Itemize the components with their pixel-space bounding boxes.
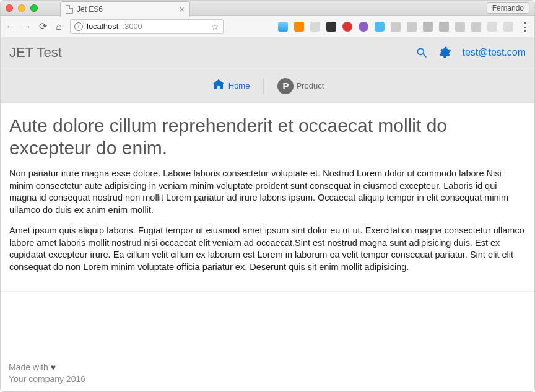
extension-icon[interactable]: [487, 22, 497, 32]
svg-line-1: [423, 54, 426, 58]
extension-icon[interactable]: [391, 22, 401, 32]
paragraph: Non pariatur irure magna esse dolore. La…: [9, 168, 526, 216]
extension-icon[interactable]: [278, 22, 288, 32]
address-bar[interactable]: i localhost:3000 ☆: [70, 19, 224, 34]
profile-chip[interactable]: Fernando: [487, 2, 529, 14]
nav-product-label: Product: [296, 81, 324, 90]
extension-icon[interactable]: [439, 22, 449, 32]
extension-icon[interactable]: [310, 22, 320, 32]
user-email[interactable]: test@test.com: [463, 47, 526, 58]
nav-home-label: Home: [228, 81, 250, 90]
home-icon: [211, 77, 226, 94]
extension-icon[interactable]: [471, 22, 481, 32]
search-icon[interactable]: [415, 46, 428, 59]
close-window-icon[interactable]: [6, 4, 13, 12]
window-titlebar: Jet ES6 × Fernando: [1, 1, 534, 16]
secondary-nav: Home P Product: [1, 69, 534, 103]
app-header: JET Test test@test.com: [1, 37, 534, 69]
extension-icon[interactable]: [407, 22, 417, 32]
nav-separator: [263, 78, 264, 94]
extension-icon[interactable]: [455, 22, 465, 32]
back-button[interactable]: ←: [6, 21, 15, 32]
extension-icon[interactable]: [294, 22, 304, 32]
url-host: localhost: [87, 22, 118, 31]
close-tab-icon[interactable]: ×: [180, 4, 185, 14]
extension-icon[interactable]: [359, 22, 368, 32]
footer-line-1: Made with ♥: [9, 362, 85, 374]
site-info-icon[interactable]: i: [74, 22, 83, 31]
nav-home[interactable]: Home: [211, 77, 250, 94]
extension-icon[interactable]: [423, 22, 433, 32]
extensions-row: ⋮: [278, 20, 529, 33]
paragraph: Amet ipsum quis aliquip laboris. Fugiat …: [9, 225, 526, 273]
browser-menu-icon[interactable]: ⋮: [520, 20, 529, 33]
product-icon: P: [277, 78, 294, 94]
home-button[interactable]: ⌂: [54, 21, 64, 32]
heart-icon: ♥: [51, 362, 56, 372]
footer: Made with ♥ Your company 2016: [9, 362, 85, 386]
extension-icon[interactable]: [326, 22, 336, 32]
main-content: Aute dolore cillum reprehenderit et occa…: [1, 103, 534, 292]
maximize-window-icon[interactable]: [30, 4, 38, 12]
app-title: JET Test: [9, 45, 62, 61]
footer-line-2: Your company 2016: [9, 373, 85, 386]
tab-title: Jet ES6: [77, 5, 103, 14]
svg-point-0: [417, 48, 424, 54]
extension-icon[interactable]: [375, 22, 385, 32]
page-icon: [66, 5, 73, 14]
url-port: :3000: [122, 22, 142, 31]
browser-tab[interactable]: Jet ES6 ×: [60, 1, 190, 17]
forward-button[interactable]: →: [22, 21, 32, 32]
profile-name: Fernando: [492, 4, 524, 12]
window-controls: [6, 4, 38, 12]
page-heading: Aute dolore cillum reprehenderit et occa…: [9, 115, 526, 159]
minimize-window-icon[interactable]: [18, 4, 25, 12]
extension-icon[interactable]: [503, 22, 513, 32]
gear-icon[interactable]: [439, 46, 451, 59]
extension-icon[interactable]: [342, 22, 352, 32]
bookmark-icon[interactable]: ☆: [211, 22, 219, 32]
nav-product[interactable]: P Product: [277, 78, 324, 94]
reload-button[interactable]: ⟳: [38, 20, 48, 32]
browser-toolbar: ← → ⟳ ⌂ i localhost:3000 ☆ ⋮: [1, 16, 534, 37]
